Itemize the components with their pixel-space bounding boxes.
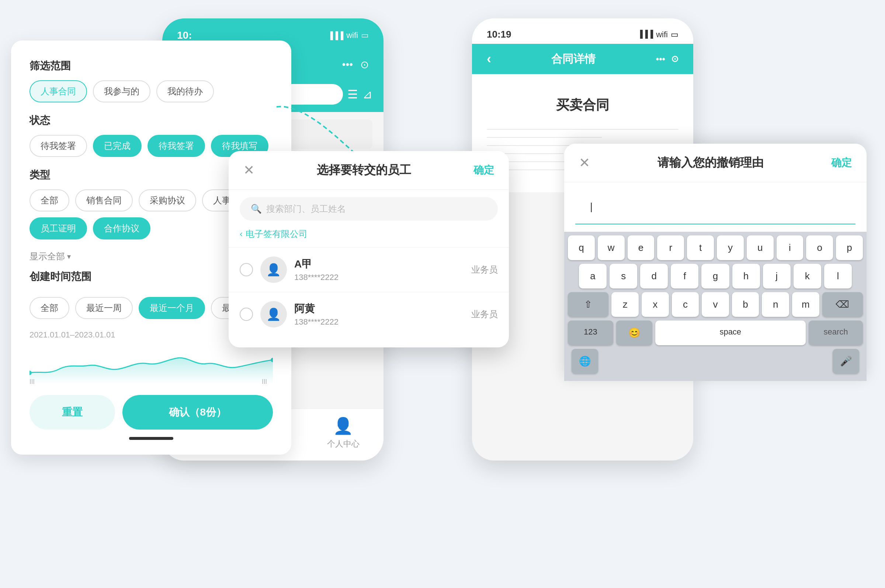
key-c[interactable]: c [672,292,699,317]
key-v[interactable]: v [702,292,729,317]
key-n[interactable]: n [762,292,789,317]
nav-profile[interactable]: 👤 个人中心 [327,416,360,450]
chip-all-types[interactable]: 全部 [30,189,69,212]
filter-status-title: 状态 [30,114,273,128]
key-h[interactable]: h [732,264,760,288]
key-space[interactable]: space [655,321,806,345]
key-b[interactable]: b [732,292,759,317]
modal-confirm-button[interactable]: 确定 [474,163,494,177]
cursor: | [590,201,593,212]
reset-button[interactable]: 重置 [30,395,115,430]
key-d[interactable]: d [640,264,668,288]
key-y[interactable]: y [717,236,744,260]
emp-radio-1[interactable] [240,263,253,276]
more-icon-right[interactable]: ••• [656,54,665,64]
company-name[interactable]: 电子签有限公司 [245,228,307,240]
chip-date-all[interactable]: 全部 [30,297,69,319]
cancel-modal-title: 请输入您的撤销理由 [658,155,764,171]
key-i[interactable]: i [777,236,804,260]
key-mic[interactable]: 🎤 [832,349,859,374]
key-emoji[interactable]: 😊 [616,321,652,345]
employee-item-1[interactable]: 👤 A甲 138****2222 业务员 [229,247,509,292]
key-shift[interactable]: ⇧ [568,292,608,317]
chip-completed[interactable]: 已完成 [93,135,141,157]
key-g[interactable]: g [701,264,729,288]
modal-title: 选择要转交的员工 [317,162,411,178]
modal-header: ✕ 选择要转交的员工 确定 [229,151,509,190]
profile-icon: 👤 [333,416,353,435]
filter-buttons: 重置 确认（8份） [30,395,273,430]
key-u[interactable]: u [747,236,774,260]
confirm-button[interactable]: 确认（8份） [122,395,273,430]
chip-waiting-sign[interactable]: 待我签署 [30,135,87,157]
key-f[interactable]: f [671,264,698,288]
key-t[interactable]: t [687,236,714,260]
emp-role-2: 业务员 [471,308,498,320]
modal-search-bar[interactable]: 🔍 搜索部门、员工姓名 [240,197,498,220]
key-123[interactable]: 123 [568,321,613,345]
key-m[interactable]: m [792,292,819,317]
modal-search-placeholder: 搜索部门、员工姓名 [266,203,346,215]
detail-line-2 [487,137,602,138]
breadcrumb-chevron: ‹ [240,229,242,239]
search-icon-modal: 🔍 [251,204,262,214]
modal-breadcrumb: ‹ 电子签有限公司 [229,228,509,247]
person-icon-1: 👤 [266,262,281,277]
employee-modal: ✕ 选择要转交的员工 确定 🔍 搜索部门、员工姓名 ‹ 电子签有限公司 👤 A甲… [229,151,509,347]
modal-close-button[interactable]: ✕ [243,162,254,178]
key-r[interactable]: r [657,236,684,260]
emp-phone-2: 138****2222 [294,317,464,327]
key-e[interactable]: e [628,236,655,260]
emp-radio-2[interactable] [240,308,253,321]
cancel-modal: ✕ 请输入您的撤销理由 确定 | q w e r t y u i o p a s… [564,144,867,381]
chip-waiting-sign2[interactable]: 待我签署 [148,135,205,157]
wifi-icon-middle: wifi [346,31,358,40]
key-o[interactable]: o [806,236,833,260]
emp-name-2: 阿黄 [294,302,464,316]
chip-coop-agreement[interactable]: 合作协议 [93,218,151,240]
key-l[interactable]: l [824,264,852,288]
key-delete[interactable]: ⌫ [822,292,863,317]
detail-line-1 [487,129,679,130]
key-p[interactable]: p [836,236,863,260]
key-search[interactable]: search [809,321,863,345]
time-right: 10:19 [487,29,512,40]
chip-employee-cert[interactable]: 员工证明 [30,218,87,240]
target-icon-middle[interactable]: ⊙ [360,58,369,71]
status-icons-middle: ▐▐▐ wifi ▭ [328,31,369,40]
key-s[interactable]: s [610,264,637,288]
cancel-confirm-button[interactable]: 确定 [831,156,852,170]
key-k[interactable]: k [793,264,821,288]
chip-my-pending[interactable]: 我的待办 [157,80,214,102]
cancel-input[interactable]: | [575,190,855,224]
key-q[interactable]: q [568,236,595,260]
key-j[interactable]: j [763,264,790,288]
more-icon-middle[interactable]: ••• [342,58,353,70]
chip-personnel-contract[interactable]: 人事合同 [30,80,87,102]
key-x[interactable]: x [642,292,669,317]
chip-purchase-agreement[interactable]: 采购协议 [138,189,196,212]
chip-my-involved[interactable]: 我参与的 [93,80,151,102]
cancel-close-button[interactable]: ✕ [579,155,590,171]
wifi-icon-right: wifi [656,30,668,39]
right-status-bar: 10:19 ▐▐▐ wifi ▭ [472,18,693,44]
svg-text:|||: ||| [262,378,267,384]
chip-sales-contract[interactable]: 销售合同 [75,189,133,212]
chip-date-month[interactable]: 最近一个月 [138,297,205,319]
key-w[interactable]: w [598,236,625,260]
chip-date-week[interactable]: 最近一周 [75,297,133,319]
battery-icon-right: ▭ [671,30,679,39]
filter-date-title: 创建时间范围 [30,270,92,284]
cancel-modal-header: ✕ 请输入您的撤销理由 确定 [564,144,867,182]
emp-phone-1: 138****2222 [294,273,464,282]
key-a[interactable]: a [579,264,607,288]
employee-item-2[interactable]: 👤 阿黄 138****2222 业务员 [229,292,509,336]
svg-text:|||: ||| [30,378,35,384]
back-button[interactable]: ‹ [487,51,491,67]
key-z[interactable]: z [611,292,639,317]
target-icon-right[interactable]: ⊙ [671,54,679,64]
kb-spacer [601,349,830,374]
nav-profile-label: 个人中心 [327,438,360,450]
contract-detail-title: 合同详情 [551,52,596,67]
key-globe[interactable]: 🌐 [572,349,598,374]
